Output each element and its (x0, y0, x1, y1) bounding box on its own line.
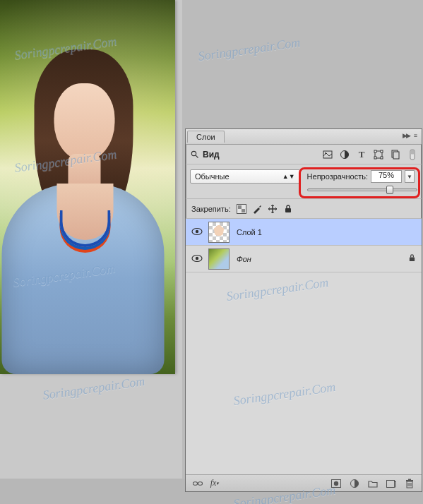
layer-thumbnail[interactable] (208, 248, 230, 270)
visibility-toggle-icon[interactable] (191, 254, 201, 264)
layer-row-1[interactable]: Слой 1 (186, 219, 422, 246)
filter-shape-icon[interactable] (374, 150, 383, 160)
lock-position-icon[interactable] (268, 204, 278, 214)
opacity-input[interactable]: 75% (371, 170, 402, 183)
svg-rect-11 (393, 152, 399, 159)
lock-pixels-icon[interactable] (252, 204, 262, 214)
filter-kind-dropdown[interactable]: Вид (190, 150, 220, 160)
layer-locked-icon (408, 253, 416, 265)
workspace-canvas (0, 0, 182, 504)
svg-rect-22 (193, 481, 197, 484)
svg-point-25 (334, 481, 338, 485)
svg-rect-23 (198, 481, 202, 484)
opacity-label: Непрозрачность: (307, 172, 368, 181)
layers-panel-footer: fx▾ (186, 474, 422, 491)
new-layer-icon[interactable] (386, 479, 396, 488)
svg-rect-14 (238, 205, 242, 209)
svg-rect-33 (408, 479, 411, 480)
svg-point-18 (196, 229, 198, 232)
link-layers-icon[interactable] (193, 479, 203, 488)
document-image (0, 0, 175, 374)
tab-layers[interactable]: Слои (187, 131, 225, 143)
svg-rect-9 (381, 157, 383, 159)
layer-name-label[interactable]: Фон (237, 255, 251, 263)
filter-toggle-switch[interactable] (407, 150, 417, 160)
filter-adjustment-icon[interactable] (340, 150, 350, 160)
filter-kind-label: Вид (203, 150, 220, 160)
svg-point-0 (191, 151, 196, 155)
filter-pixel-icon[interactable] (323, 150, 333, 160)
svg-rect-27 (387, 480, 395, 487)
svg-rect-21 (410, 257, 415, 261)
blend-mode-value: Обычные (195, 172, 230, 181)
watermark-text: Soringpcrepair.Com (197, 35, 301, 64)
group-layers-icon[interactable] (368, 479, 378, 488)
svg-rect-8 (374, 157, 376, 159)
blend-opacity-row: Обычные ▲▼ Непрозрачность: 75% ▼ (186, 164, 422, 199)
svg-rect-7 (381, 150, 383, 152)
blend-mode-dropdown[interactable]: Обычные ▲▼ (190, 169, 300, 184)
svg-rect-32 (406, 480, 413, 481)
layer-thumbnail[interactable] (208, 222, 230, 243)
photo-subject (6, 42, 155, 367)
opacity-slider[interactable] (307, 188, 417, 191)
fx-icon[interactable]: fx▾ (210, 479, 220, 488)
add-mask-icon[interactable] (331, 479, 341, 488)
svg-rect-16 (285, 208, 291, 212)
lock-label: Закрепить: (191, 205, 231, 213)
chevron-updown-icon: ▲▼ (282, 173, 295, 180)
svg-rect-6 (374, 150, 376, 152)
svg-rect-15 (242, 209, 245, 212)
layers-empty-area (186, 272, 422, 474)
svg-point-20 (196, 256, 198, 259)
visibility-toggle-icon[interactable] (191, 227, 201, 237)
panel-collapse-toggle-icon[interactable]: ▶▶ (403, 132, 410, 139)
opacity-control: Непрозрачность: 75% ▼ (304, 169, 417, 184)
layers-list: Слой 1 Фон (186, 219, 422, 474)
lock-row: Закрепить: (186, 199, 422, 219)
layer-name-label[interactable]: Слой 1 (237, 228, 262, 236)
opacity-slider-thumb[interactable] (386, 186, 393, 194)
adjustment-layer-icon[interactable] (350, 479, 359, 488)
panel-menu-icon[interactable]: ≡ (414, 132, 416, 139)
svg-rect-13 (411, 150, 415, 154)
layers-panel: Слои ▶▶ ≡ Вид T (185, 128, 422, 492)
filter-smartobject-icon[interactable] (391, 150, 400, 160)
layer-row-2[interactable]: Фон (186, 246, 422, 272)
lock-transparency-icon[interactable] (237, 204, 246, 214)
layer-filter-row: Вид T (186, 145, 422, 164)
svg-line-1 (196, 155, 198, 157)
opacity-dropdown-button[interactable]: ▼ (405, 170, 415, 183)
filter-type-icon[interactable]: T (357, 150, 367, 160)
lock-all-icon[interactable] (283, 204, 293, 214)
delete-layer-icon[interactable] (405, 479, 415, 488)
search-icon (190, 150, 200, 160)
panel-tabbar: Слои ▶▶ ≡ (186, 129, 422, 145)
